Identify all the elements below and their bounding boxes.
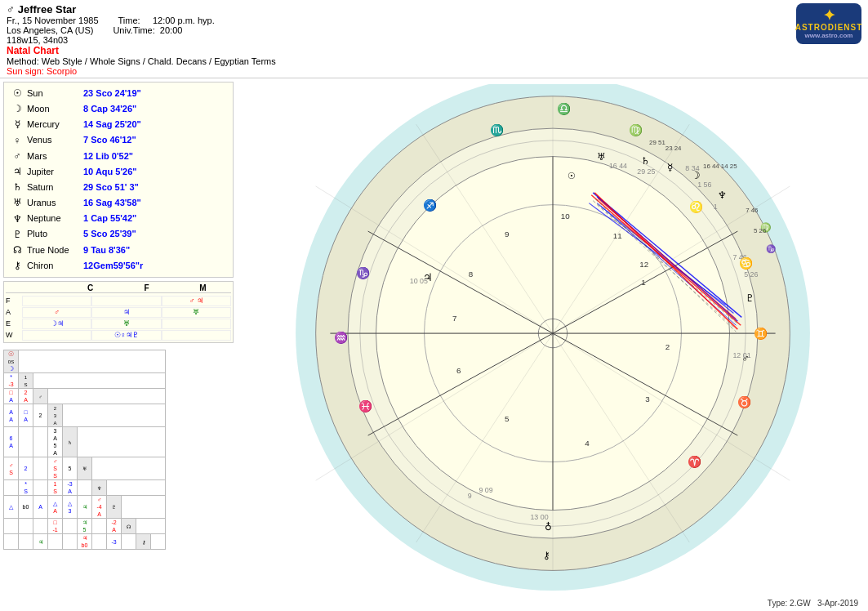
svg-text:10: 10 xyxy=(560,212,569,221)
cell-6-1: *S xyxy=(19,480,33,496)
cell-8-5: ♃5 xyxy=(78,519,92,534)
svg-text:12 01: 12 01 xyxy=(732,350,750,359)
cell-4-3: 3A5A xyxy=(48,427,63,457)
cell-2-1: 2A xyxy=(19,389,33,404)
name-text: Jeffree Star xyxy=(18,3,77,16)
footer: Type: 2.GW 3-Apr-2019 xyxy=(768,599,858,608)
empty-s8 xyxy=(122,496,166,519)
cell-8-3: □-1 xyxy=(48,519,63,534)
cell-6-5 xyxy=(78,480,92,496)
svg-text:♈: ♈ xyxy=(688,455,702,469)
saturn-position: 29 Sco 51' 3" xyxy=(83,181,139,195)
empty-s4 xyxy=(63,404,166,427)
cell-5-1: 2 xyxy=(19,457,33,480)
svg-text:23  24: 23 24 xyxy=(665,144,681,151)
svg-text:1 56: 1 56 xyxy=(697,180,711,188)
cell-6-2 xyxy=(33,480,48,496)
moon-symbol: ☽ xyxy=(11,101,24,117)
venus-position: 7 Sco 46'12" xyxy=(83,133,136,148)
cell-7-4: △3 xyxy=(63,496,78,519)
quality-row-a: A ♂ ♃ ♅ xyxy=(6,306,231,318)
col-label: C xyxy=(62,283,118,292)
cell-5-4: 5 xyxy=(63,457,78,480)
jupiter-name: Jupiter xyxy=(27,165,80,180)
svg-text:♓: ♓ xyxy=(358,399,372,413)
cell-wf: ☉♀♃♇ xyxy=(91,330,161,341)
cell-4-1 xyxy=(19,427,33,457)
empty-s3 xyxy=(48,389,166,404)
cell-6-0 xyxy=(4,480,19,496)
cell-6-4: -3A xyxy=(63,480,78,496)
main-content: ☉ Sun 23 Sco 24'19" ☽ Moon 8 Cap 34'26" … xyxy=(0,78,868,595)
sun-symbol: ☉ xyxy=(11,86,24,101)
mars-position: 12 Lib 0'52" xyxy=(83,149,133,164)
svg-text:16  44  14  25: 16 44 14 25 xyxy=(703,163,737,170)
planet-moon: ☽ Moon 8 Cap 34'26" xyxy=(11,101,226,117)
mars-name: Mars xyxy=(27,149,80,164)
cell-2-2: ♂ xyxy=(33,389,48,404)
quality-row-w: W ☉♀♃♇ xyxy=(6,329,231,341)
matrix-row-9: ♃ ♃b0 -3 ⚷ xyxy=(4,534,166,550)
aspect-matrix: ☉0S☽ *-3 1S □A 2A ♂ AA □A 2 xyxy=(3,350,166,550)
cell-7-5: ♃ xyxy=(78,496,92,519)
cell-3-3: 23A xyxy=(48,404,63,427)
planet-pluto: ♇ Pluto 5 Sco 25'39" xyxy=(11,227,226,243)
node-position: 9 Tau 8'36" xyxy=(83,243,130,258)
planet-mercury: ☿ Mercury 14 Sag 25'20" xyxy=(11,117,226,132)
cell-9-5: ♃b0 xyxy=(78,534,92,550)
cell-4-2 xyxy=(33,427,48,457)
cell-7-1: b0 xyxy=(19,496,33,519)
cell-6-6: ♆ xyxy=(92,480,107,496)
method-text: Method: Web Style / Whole Signs / Chald.… xyxy=(7,56,861,66)
subject-name: ♂ Jeffree Star xyxy=(7,3,861,16)
matrix-row-2: □A 2A ♂ xyxy=(4,389,166,404)
svg-text:♑: ♑ xyxy=(355,266,370,280)
pluto-symbol: ♇ xyxy=(11,227,24,243)
cell-wc xyxy=(22,330,91,341)
uranus-position: 16 Sag 43'58" xyxy=(83,196,141,211)
jupiter-symbol: ♃ xyxy=(11,164,24,180)
col-m: M xyxy=(175,283,231,292)
svg-text:2: 2 xyxy=(665,341,669,350)
svg-text:1: 1 xyxy=(713,202,717,210)
venus-symbol: ♀ xyxy=(11,133,24,149)
location-text: Los Angeles, CA (US) xyxy=(7,25,93,35)
cell-5-2 xyxy=(33,457,48,480)
cell-9-9: ⚷ xyxy=(136,534,151,550)
mars-symbol: ♂ xyxy=(11,149,24,164)
cell-af: ♃ xyxy=(91,307,161,318)
cell-4-0: 6A xyxy=(4,427,19,457)
svg-text:7 46: 7 46 xyxy=(746,207,759,214)
chiron-name: Chiron xyxy=(27,259,80,274)
cell-3-1: □A xyxy=(19,404,33,427)
svg-text:♏: ♏ xyxy=(490,123,505,137)
chart-node: ♁ xyxy=(545,521,552,533)
quality-row-e: E ☽♃ ♅ xyxy=(6,318,231,329)
planet-chiron: ⚷ Chiron 12Gem59'56"r xyxy=(11,258,226,274)
chart-chiron: ⚷ xyxy=(543,549,550,560)
cell-1-0: *-3 xyxy=(4,373,19,389)
cell-8-1 xyxy=(19,519,33,534)
planet-saturn: ♄ Saturn 29 Sco 51' 3" xyxy=(11,180,226,195)
coords-text: 118w15, 34n03 xyxy=(7,35,861,45)
svg-text:5: 5 xyxy=(504,414,509,423)
sun-sign-text: Sun sign: Scorpio xyxy=(7,66,861,76)
uranus-symbol: ♅ xyxy=(11,195,24,211)
planet-uranus: ♅ Uranus 16 Sag 43'58" xyxy=(11,195,226,211)
svg-text:♌: ♌ xyxy=(689,200,704,214)
chart-uranus: ♅ xyxy=(597,151,606,163)
sun-position: 23 Sco 24'19" xyxy=(83,87,141,101)
cell-5-0: ♂S xyxy=(4,457,19,480)
svg-text:♐: ♐ xyxy=(422,198,437,212)
cell-9-0 xyxy=(4,534,19,550)
cell-ff xyxy=(91,296,161,306)
svg-text:6: 6 xyxy=(456,366,461,375)
neptune-name: Neptune xyxy=(27,212,80,226)
cell-ef: ♅ xyxy=(91,319,161,329)
matrix-row-0: ☉0S☽ xyxy=(4,350,166,373)
svg-text:5 26: 5 26 xyxy=(744,270,758,279)
male-symbol: ♂ xyxy=(7,3,15,16)
date-info-line: Fr., 15 November 1985 Time: 12:00 p.m. h… xyxy=(7,16,861,25)
empty-s6 xyxy=(92,457,166,480)
univtime-text: Univ.Time: 20:00 xyxy=(113,25,182,35)
